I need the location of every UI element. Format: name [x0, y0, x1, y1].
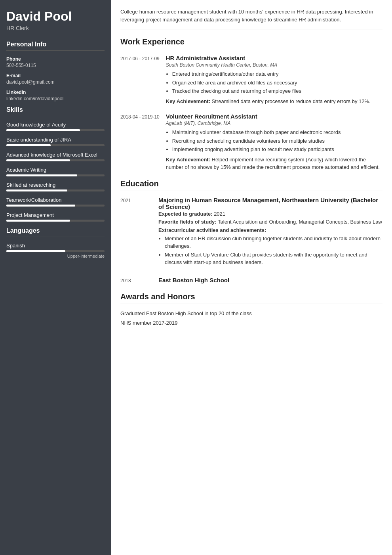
skill-item: Academic Writing — [6, 167, 105, 176]
language-bar-fill — [6, 250, 65, 252]
bullet-item: Recruiting and scheduling candidate volu… — [172, 137, 382, 145]
email-value: david.pool@gmail.com — [6, 79, 105, 85]
skill-bar-bg — [6, 174, 105, 176]
skill-bar-bg — [6, 189, 105, 191]
skill-item: Skilled at researching — [6, 182, 105, 191]
work-experience-heading: Work Experience — [120, 37, 382, 49]
edu-entry-content: Majoring in Human Resource Management, N… — [158, 197, 382, 269]
email-label: E-mail — [6, 73, 105, 78]
education-heading: Education — [120, 179, 382, 191]
key-achievement: Key Achievement: Helped implement new re… — [166, 156, 382, 171]
awards-items: Graduated East Boston High School in top… — [120, 310, 382, 328]
phone-value: 502-555-0115 — [6, 63, 105, 68]
bullet-item: Tracked the checking out and returning o… — [172, 87, 382, 95]
edu-detail: Favorite fields of study: Talent Acquisi… — [158, 218, 382, 226]
awards-heading: Awards and Honors — [120, 292, 382, 304]
edu-bullets: Member of an HR discussion club bringing… — [165, 235, 382, 266]
edu-entry: 2021Majoring in Human Resource Managemen… — [120, 197, 382, 269]
work-entry-content: Volunteer Recruitment AssistantAgeLab (M… — [166, 113, 382, 171]
edu-entry: 2018East Boston High School — [120, 277, 382, 284]
skill-bar-bg — [6, 144, 105, 146]
skill-bar-bg — [6, 129, 105, 131]
language-name: Spanish — [6, 243, 105, 249]
work-entries: 2017-06 - 2017-09HR Administrative Assis… — [120, 55, 382, 171]
work-entry-date: 2017-06 - 2017-09 — [120, 55, 160, 105]
skill-name: Basic understanding of JIRA — [6, 137, 105, 143]
bullet-item: Maintaining volunteer database through b… — [172, 128, 382, 136]
skill-bar-bg — [6, 159, 105, 161]
skill-bar-bg — [6, 220, 105, 222]
skill-item: Project Management — [6, 212, 105, 222]
education-section: Education 2021Majoring in Human Resource… — [120, 179, 382, 284]
skill-bar-fill — [6, 129, 80, 131]
skill-name: Teamwork/Collaboration — [6, 197, 105, 203]
work-entry-content: HR Administrative AssistantSouth Boston … — [166, 55, 382, 105]
main-content: College human resource management studen… — [111, 0, 392, 555]
skills-heading: Skills — [6, 106, 105, 116]
sidebar: David Pool HR Clerk Personal Info Phone … — [0, 0, 111, 555]
skill-bar-fill — [6, 144, 51, 146]
languages-heading: Languages — [6, 227, 105, 237]
skill-item: Advanced knowledge of Microsoft Excel — [6, 152, 105, 161]
skill-bar-fill — [6, 174, 77, 176]
skill-item: Basic understanding of JIRA — [6, 137, 105, 146]
language-level: Upper-intermediate — [6, 254, 105, 258]
languages-section: SpanishUpper-intermediate — [6, 243, 105, 258]
linkedin-value: linkedin.com/in/davidmpool — [6, 96, 105, 101]
edu-entry-title: Majoring in Human Resource Management, N… — [158, 197, 382, 210]
edu-entry-date: 2021 — [120, 197, 152, 269]
education-entries: 2021Majoring in Human Resource Managemen… — [120, 197, 382, 284]
language-item: SpanishUpper-intermediate — [6, 243, 105, 258]
key-achievement: Key Achievement: Streamlined data entry … — [166, 98, 382, 105]
bullet-item: Entered trainings/certifications/other d… — [172, 70, 382, 78]
summary: College human resource management studen… — [120, 8, 382, 29]
work-entry-subtitle: South Boston Community Health Center, Bo… — [166, 62, 382, 68]
skill-item: Good knowledge of Acuity — [6, 122, 105, 131]
skill-bar-fill — [6, 220, 70, 222]
work-entry-subtitle: AgeLab (MIT), Cambridge, MA — [166, 121, 382, 126]
work-entry-bullets: Entered trainings/certifications/other d… — [172, 70, 382, 95]
awards-section: Awards and Honors Graduated East Boston … — [120, 292, 382, 328]
candidate-title: HR Clerk — [6, 25, 105, 31]
skill-item: Teamwork/Collaboration — [6, 197, 105, 207]
work-experience-section: Work Experience 2017-06 - 2017-09HR Admi… — [120, 37, 382, 171]
work-entry: 2018-04 - 2019-10Volunteer Recruitment A… — [120, 113, 382, 171]
skill-name: Skilled at researching — [6, 182, 105, 188]
skills-section: Good knowledge of AcuityBasic understand… — [6, 122, 105, 222]
skill-bar-bg — [6, 205, 105, 207]
award-item: NHS member 2017-2019 — [120, 319, 382, 327]
skill-bar-fill — [6, 205, 75, 207]
work-entry: 2017-06 - 2017-09HR Administrative Assis… — [120, 55, 382, 105]
skill-bar-fill — [6, 159, 70, 161]
personal-info-heading: Personal Info — [6, 41, 105, 51]
phone-label: Phone — [6, 56, 105, 62]
bullet-item: Implementing ongoing advertising plan to… — [172, 145, 382, 153]
work-entry-title: Volunteer Recruitment Assistant — [166, 113, 382, 120]
candidate-name: David Pool — [6, 10, 105, 23]
work-entry-bullets: Maintaining volunteer database through b… — [172, 128, 382, 153]
skill-bar-fill — [6, 189, 67, 191]
bullet-item: Organized file area and archived old fil… — [172, 79, 382, 87]
skill-name: Good knowledge of Acuity — [6, 122, 105, 128]
personal-info-section: Phone 502-555-0115 E-mail david.pool@gma… — [6, 56, 105, 101]
edu-bullet-item: Member of an HR discussion club bringing… — [165, 235, 382, 250]
work-entry-date: 2018-04 - 2019-10 — [120, 113, 160, 171]
award-item: Graduated East Boston High School in top… — [120, 310, 382, 318]
edu-detail: Expected to graduate: 2021 — [158, 210, 382, 218]
edu-entry-date: 2018 — [120, 277, 152, 284]
language-bar-bg — [6, 250, 105, 252]
edu-detail: Extracurricular activities and achieveme… — [158, 226, 382, 235]
awards-list: Graduated East Boston High School in top… — [120, 310, 382, 328]
skill-name: Advanced knowledge of Microsoft Excel — [6, 152, 105, 158]
skill-name: Academic Writing — [6, 167, 105, 173]
work-entry-title: HR Administrative Assistant — [166, 55, 382, 61]
skill-name: Project Management — [6, 212, 105, 218]
edu-entry-content: East Boston High School — [158, 277, 382, 284]
edu-bullet-item: Member of Start Up Venture Club that pro… — [165, 251, 382, 266]
linkedin-label: LinkedIn — [6, 90, 105, 95]
edu-entry-title: East Boston High School — [158, 277, 382, 283]
